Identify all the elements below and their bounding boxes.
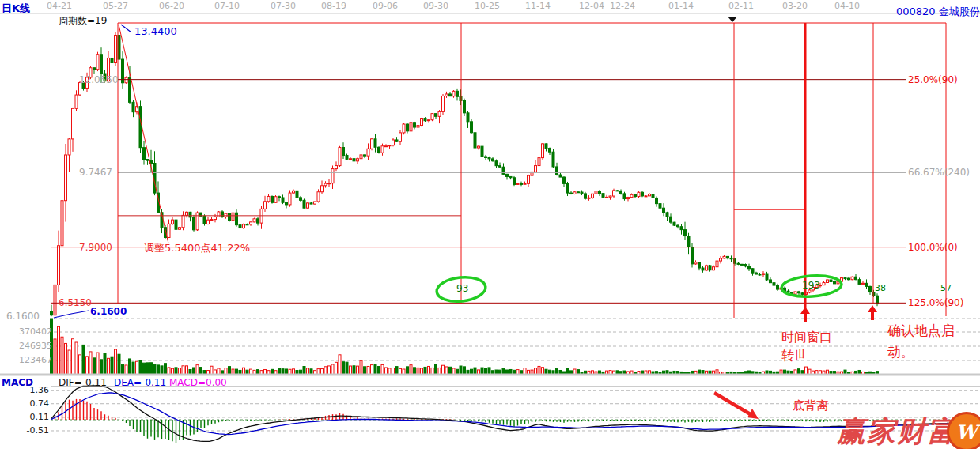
candle-body: [673, 222, 675, 225]
candle-body: [264, 202, 267, 209]
candle-body: [798, 292, 800, 293]
candle-body: [777, 285, 779, 289]
candle-body: [424, 119, 426, 121]
candle-body: [744, 265, 747, 266]
candle-body: [54, 285, 56, 315]
percent-level-label: 125.0%(90): [908, 297, 963, 308]
candle-body: [851, 277, 853, 280]
candle-body: [388, 145, 391, 146]
candle-body: [869, 286, 872, 292]
percent-level-label: 100.0%(0): [908, 242, 958, 253]
candle-body: [478, 146, 480, 148]
candle-body: [438, 111, 441, 116]
candle-body: [68, 139, 70, 155]
candle-body: [687, 236, 690, 247]
candle-body: [324, 183, 327, 186]
candle-body: [751, 269, 754, 273]
candle-body: [762, 274, 765, 274]
trend-lines: [0, 13, 980, 387]
volume-bar: [371, 365, 373, 375]
candle-body: [210, 220, 213, 221]
candle-body: [488, 157, 490, 158]
volume-bar: [210, 366, 213, 375]
candle-body: [663, 208, 665, 213]
volume-bar: [445, 367, 448, 375]
volume-bar: [435, 365, 437, 375]
candle-body: [535, 166, 537, 172]
candle-body: [132, 102, 134, 111]
volume-bar: [72, 339, 74, 375]
volume-bar: [82, 345, 85, 375]
macd-scale-label: -0.51: [5, 425, 49, 436]
volume-bar: [86, 357, 89, 375]
volume-bar: [125, 365, 127, 375]
volume-bar: [143, 363, 146, 375]
volume-bar: [374, 364, 376, 375]
candle-body: [827, 280, 829, 283]
candle-body: [858, 280, 861, 285]
chart-type-label: 日K线: [2, 2, 30, 15]
date-tick-12-04: 12-04: [579, 1, 604, 11]
volume-scale-label: 370402: [5, 326, 52, 337]
price-level-label: 9.7467: [79, 167, 112, 178]
divergence-note: 底背离: [793, 398, 828, 413]
candle-body: [630, 194, 633, 197]
kline-chart-window: 日K线 周期数=19 000820 金城股份 13.4400 6.1600 调整…: [0, 0, 980, 449]
candle-body: [528, 175, 530, 183]
candle-body: [346, 156, 348, 160]
candle-body: [645, 196, 647, 197]
date-tick-04-21: 04-21: [47, 1, 72, 11]
candle-body: [129, 77, 131, 102]
volume-bar: [89, 352, 92, 375]
volume-bar: [58, 326, 60, 375]
candle-body: [855, 277, 857, 279]
candle-body: [357, 159, 359, 161]
volume-bar: [407, 367, 409, 375]
candle-body: [677, 225, 679, 227]
candle-body: [552, 152, 554, 167]
candle-body: [203, 216, 206, 224]
candle-body: [709, 266, 711, 270]
candle-body: [834, 281, 836, 283]
candle-body: [282, 198, 284, 202]
candle-body: [656, 198, 658, 203]
candle-body: [360, 155, 362, 159]
candle-body: [300, 198, 302, 200]
candle-body: [193, 217, 195, 230]
candle-body: [495, 161, 498, 166]
candle-body: [563, 177, 566, 183]
candle-body: [353, 159, 355, 161]
date-tick-02-11: 02-11: [728, 1, 754, 11]
date-tick-06-20: 06-20: [159, 1, 184, 11]
candle-body: [794, 292, 796, 294]
candle-body: [367, 149, 369, 156]
period-label: 周期数=19: [59, 15, 107, 26]
candle-body: [253, 219, 255, 222]
low-price-label: 6.1600: [90, 306, 127, 317]
candle-body: [61, 201, 63, 246]
candle-body: [182, 215, 184, 227]
candle-body: [456, 91, 459, 96]
volume-bar: [65, 343, 67, 375]
volume-bar: [118, 354, 120, 375]
candle-body: [467, 113, 469, 122]
candle-body: [641, 192, 644, 196]
candle-body: [449, 94, 452, 96]
candle-body: [481, 146, 483, 157]
candlestick-series: [51, 24, 879, 317]
volume-bar: [111, 357, 113, 375]
ellipse-count-93: 93: [456, 283, 468, 294]
volume-bar: [360, 360, 362, 375]
candle-body: [168, 224, 170, 237]
volume-bar: [139, 360, 142, 375]
candle-body: [520, 183, 523, 184]
candle-body: [666, 213, 668, 217]
candle-body: [595, 191, 597, 194]
candle-body: [702, 268, 704, 270]
date-tick-08-19: 08-19: [321, 1, 346, 11]
decline-line: [119, 25, 168, 243]
volume-bar: [122, 364, 124, 375]
candle-body: [385, 146, 388, 147]
volume-bar: [328, 366, 331, 375]
candle-body: [445, 94, 448, 96]
